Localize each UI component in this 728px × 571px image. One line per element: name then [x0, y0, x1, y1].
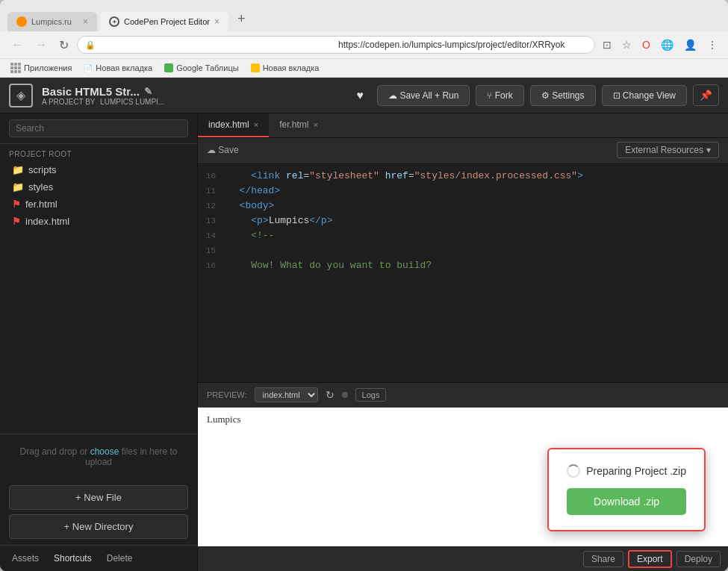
subtitle-prefix: A PROJECT BY [42, 98, 95, 106]
editor-tab-fer-label: fer.html [279, 119, 308, 130]
opera-icon[interactable]: O [639, 37, 653, 52]
app-title-row: Basic HTML5 Str... ✎ [42, 85, 164, 98]
fork-label: ⑂ Fork [487, 90, 512, 101]
deploy-button[interactable]: Deploy [676, 551, 721, 567]
tab-label-codepen: CodePen Project Editor [124, 17, 210, 26]
app-content: ◈ Basic HTML5 Str... ✎ A PROJECT BY Lump… [0, 78, 728, 571]
line-num-10: 10 [201, 169, 222, 184]
download-preparing: Preparing Project .zip [567, 464, 686, 478]
external-resources-label: External Resources [625, 145, 703, 155]
change-view-button[interactable]: ⊡ Change View [602, 85, 688, 106]
line-numbers: 10 11 12 13 14 15 16 [198, 163, 225, 382]
export-button[interactable]: Export [628, 550, 672, 568]
page-icon-1: 📄 [84, 64, 93, 72]
tab-close-codepen[interactable]: × [214, 16, 220, 27]
logo-symbol: ◈ [16, 88, 25, 102]
code-editor[interactable]: 10 11 12 13 14 15 16 <link rel="styleshe… [198, 163, 728, 382]
bookmark-button[interactable]: ☆ [619, 37, 635, 52]
preview-content: Lumpics Preparing Project .zip Download … [198, 408, 728, 546]
file-item-fer-html[interactable]: ⚑ fer.html [6, 196, 191, 213]
file-item-index-html[interactable]: ⚑ index.html [6, 213, 191, 230]
delete-button[interactable]: Delete [104, 552, 136, 565]
folder-icon-styles: 📁 [12, 181, 24, 193]
sidebar-footer: Assets Shortcuts Delete [0, 545, 197, 571]
fork-button[interactable]: ⑂ Fork [476, 85, 523, 106]
subtitle-author: Lumpics Lumpi... [100, 98, 164, 106]
apps-icon [10, 63, 21, 73]
menu-button[interactable]: ⋮ [704, 37, 721, 52]
preview-file-select[interactable]: index.html [255, 387, 318, 402]
sidebar-search-area [0, 113, 197, 144]
sheets-icon [164, 63, 173, 72]
browser-tab-codepen[interactable]: ✦ CodePen Project Editor × [100, 12, 228, 31]
file-item-styles[interactable]: 📁 styles [6, 178, 191, 196]
app-subtitle: A PROJECT BY Lumpics Lumpi... [42, 98, 164, 106]
code-content[interactable]: <link rel="stylesheet" href="styles/inde… [225, 163, 728, 382]
html-icon-fer: ⚑ [12, 199, 21, 210]
settings-label: ⚙ Settings [541, 90, 585, 101]
back-button[interactable]: ← [7, 37, 27, 53]
search-input[interactable] [9, 119, 188, 137]
browser-window: Lumpics.ru × ✦ CodePen Project Editor × … [0, 0, 728, 571]
bookmark-newtab-label-2: Новая вкладка [263, 63, 320, 72]
settings-button[interactable]: ⚙ Settings [530, 85, 596, 106]
external-resources-button[interactable]: External Resources ▾ [617, 142, 719, 158]
shortcuts-button[interactable]: Shortcuts [51, 552, 95, 565]
bookmarks-bar: Приложения 📄 Новая вкладка Google Таблиц… [0, 59, 728, 78]
lock-icon: 🔒 [85, 40, 334, 50]
globe-button[interactable]: 🌐 [658, 37, 676, 52]
line-num-15: 15 [201, 243, 222, 258]
save-file-button[interactable]: ☁ Save [207, 145, 239, 155]
pin-button[interactable]: 📌 [693, 84, 719, 106]
browser-titlebar: Lumpics.ru × ✦ CodePen Project Editor × … [0, 0, 728, 31]
save-all-button[interactable]: ☁ Save All + Run [377, 85, 470, 106]
line-num-16: 16 [201, 258, 222, 273]
upload-choose-link[interactable]: choose [90, 446, 119, 457]
new-file-button[interactable]: + New File [9, 485, 188, 510]
editor-toolbar: ☁ Save External Resources ▾ [198, 138, 728, 163]
codepen-favicon: ✦ [109, 16, 119, 27]
code-line-11: </head> [228, 184, 725, 199]
share-button[interactable]: Share [583, 551, 623, 567]
address-bar[interactable]: 🔒 https://codepen.io/lumpics-lumpics/pro… [77, 36, 595, 54]
browser-tab-lumpics[interactable]: Lumpics.ru × [7, 12, 97, 31]
tab-label-lumpics: Lumpics.ru [31, 17, 78, 26]
bookmark-new-tab-2[interactable]: Новая вкладка [248, 62, 323, 74]
new-tab-button[interactable]: + [231, 8, 252, 30]
app-logo: ◈ [9, 84, 33, 107]
save-all-label: ☁ Save All + Run [388, 90, 458, 101]
editor-tab-index-close[interactable]: × [254, 120, 258, 129]
app-header-actions: ♥ ☁ Save All + Run ⑂ Fork ⚙ Settings ⊡ C… [349, 84, 719, 107]
preview-logs-button[interactable]: Logs [355, 388, 387, 402]
bookmark-google-sheets[interactable]: Google Таблицы [161, 62, 241, 74]
editor-tab-index[interactable]: index.html × [198, 113, 269, 137]
reload-button[interactable]: ↻ [55, 37, 72, 54]
preparing-text: Preparing Project .zip [586, 465, 686, 477]
bookmark-apps[interactable]: Приложения [7, 61, 75, 75]
bookmark-new-tab-1[interactable]: 📄 Новая вкладка [81, 62, 155, 74]
edit-title-icon[interactable]: ✎ [144, 86, 152, 97]
code-line-13: <p>Lumpics</p> [228, 213, 725, 228]
code-line-12: <body> [228, 199, 725, 213]
bookmark-newtab-label-1: Новая вкладка [96, 63, 152, 72]
new-directory-button[interactable]: + New Directory [9, 514, 188, 539]
assets-button[interactable]: Assets [9, 552, 42, 565]
tab-close-lumpics[interactable]: × [83, 16, 88, 27]
line-num-13: 13 [201, 213, 222, 228]
file-tree: 📁 scripts 📁 styles ⚑ fer.html ⚑ index.ht… [0, 161, 197, 434]
file-name-fer: fer.html [25, 199, 57, 210]
file-item-scripts[interactable]: 📁 scripts [6, 161, 191, 178]
preview-label: PREVIEW: [207, 390, 247, 399]
cast-button[interactable]: ⊡ [600, 37, 615, 52]
profile-button[interactable]: 👤 [681, 37, 700, 52]
editor-tab-fer-close[interactable]: × [314, 120, 318, 129]
forward-button[interactable]: → [31, 37, 51, 53]
project-root-label: PROJECT ROOT [0, 144, 197, 161]
preview-refresh-button[interactable]: ↻ [326, 389, 335, 401]
upload-section: Drag and drop or choose files in here to… [0, 434, 197, 479]
code-line-14: <!-- [228, 228, 725, 243]
download-zip-button[interactable]: Download .zip [567, 488, 686, 515]
editor-tab-fer[interactable]: fer.html × [269, 113, 329, 137]
heart-button[interactable]: ♥ [349, 84, 372, 107]
change-view-label: ⊡ Change View [613, 90, 676, 101]
